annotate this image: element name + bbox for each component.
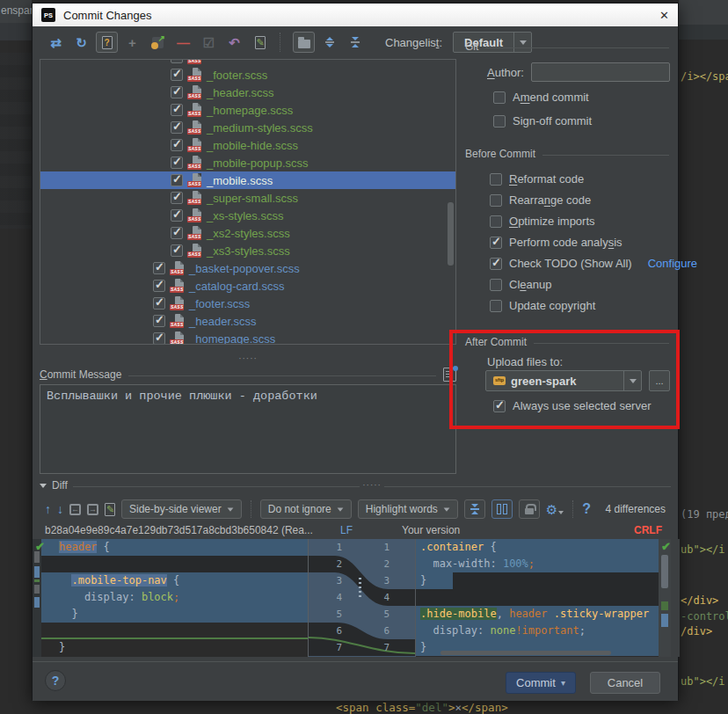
before-commit-option-checkbox[interactable] — [490, 300, 502, 312]
side-by-side-layout-toggle[interactable] — [491, 499, 513, 519]
right-code-line: max-width: 100%; — [416, 556, 659, 572]
file-checkbox[interactable] — [171, 174, 183, 186]
file-checkbox[interactable] — [153, 262, 165, 274]
collapse-all-icon[interactable] — [344, 32, 366, 53]
edit-source-icon[interactable] — [105, 503, 115, 516]
message-history-icon[interactable] — [443, 368, 456, 382]
author-input[interactable] — [531, 62, 670, 82]
help-button[interactable]: ? — [45, 670, 66, 691]
refresh-icon[interactable]: ↻ — [70, 32, 92, 53]
scrollbar-thumb[interactable] — [661, 555, 668, 588]
browse-servers-button[interactable]: ... — [649, 370, 670, 391]
git-option-checkbox[interactable] — [493, 115, 506, 128]
diff-right-pane[interactable]: .container { max-width: 100%;}.hide-mobi… — [416, 539, 659, 657]
server-select[interactable]: sftp green-spark — [485, 370, 642, 391]
file-checkbox[interactable] — [153, 315, 165, 327]
tree-row[interactable]: SASS_homepage.scss — [40, 330, 455, 345]
horizontal-scrollbar[interactable] — [440, 651, 611, 655]
highlight-mode-select[interactable]: Highlight words — [358, 499, 458, 519]
tree-row[interactable]: SASS_catalog-card.scss — [40, 277, 455, 295]
file-checkbox[interactable] — [171, 192, 183, 204]
tree-row[interactable]: SASS_xs2-styles.scss — [40, 224, 455, 242]
file-checkbox[interactable] — [171, 59, 183, 63]
tree-row[interactable]: SASS_xs-styles.scss — [40, 207, 455, 224]
group-by-directory-icon[interactable] — [293, 32, 315, 53]
rollback-icon[interactable]: ↶ — [223, 32, 245, 53]
tree-row[interactable]: SASS_super-small.scss — [40, 189, 455, 207]
before-commit-option-checkbox[interactable] — [490, 194, 502, 207]
commit-button[interactable]: Commit ▾ — [506, 672, 576, 694]
splitter-handle[interactable]: ····· — [40, 356, 456, 361]
file-checkbox[interactable] — [171, 86, 183, 98]
file-checkbox[interactable] — [171, 139, 183, 151]
after-commit-option-row: Always use selected server — [493, 399, 652, 412]
move-to-changelist-icon[interactable] — [147, 32, 169, 53]
close-icon[interactable]: ✕ — [659, 9, 669, 22]
move-to-changelist-icon — [152, 37, 164, 48]
file-checkbox[interactable] — [153, 280, 165, 292]
collapse-unchanged-toggle[interactable] — [464, 499, 485, 519]
file-checkbox[interactable] — [153, 332, 165, 345]
after-commit-option-checkbox[interactable] — [493, 400, 506, 412]
apply-left-icon[interactable]: ← — [69, 504, 81, 515]
help-icon[interactable]: ? — [582, 501, 591, 517]
expand-all-icon[interactable] — [318, 32, 340, 53]
diff-left-pane[interactable]: header { .mobile-top-nav { display: bloc… — [41, 539, 308, 657]
edit-changelist-icon[interactable] — [249, 32, 271, 53]
git-option-row: Sign-off commit — [493, 114, 592, 128]
file-checkbox[interactable] — [171, 157, 183, 169]
tree-row[interactable]: SASS_header.scss — [40, 84, 455, 101]
before-commit-option-checkbox[interactable] — [490, 173, 502, 186]
before-commit-option-checkbox[interactable] — [490, 237, 502, 249]
diff-right-scrollbar[interactable]: ✔ — [659, 539, 671, 657]
tree-row[interactable]: SASS_mobile-popup.scss — [40, 154, 455, 171]
next-difference-icon[interactable]: ↓ — [57, 503, 63, 515]
git-option-checkbox[interactable] — [493, 91, 506, 104]
chevron-down-icon[interactable] — [623, 371, 641, 390]
tree-row[interactable]: SASS_xs3-styles.scss — [40, 242, 455, 259]
show-unversioned-files-icon[interactable]: ? — [96, 32, 118, 53]
configure-link[interactable]: Configure — [648, 257, 697, 270]
tree-row[interactable]: SASS_homepage.scss — [40, 101, 455, 119]
commit-message-box[interactable]: Всплывашки и прочие плюшки - доработки — [40, 384, 456, 474]
before-commit-option-checkbox[interactable] — [490, 258, 502, 270]
cancel-button[interactable]: Cancel — [590, 672, 660, 694]
synchronize-scrolling-toggle[interactable] — [519, 499, 540, 519]
before-commit-option-checkbox[interactable] — [490, 279, 502, 291]
tree-row[interactable]: SASS_medium-styles.scss — [40, 119, 455, 136]
show-checkboxes-icon[interactable]: ☑ — [198, 32, 220, 53]
file-checkbox[interactable] — [171, 104, 183, 116]
tree-row[interactable]: SASS_header.scss — [40, 312, 455, 330]
file-checkbox[interactable] — [171, 69, 183, 81]
diff-left-eol[interactable]: LF — [340, 524, 353, 536]
tree-row[interactable]: SASS — [40, 59, 455, 66]
changes-tree[interactable]: SASSSASS_footer.scssSASS_header.scssSASS… — [40, 59, 456, 345]
tree-row[interactable]: SASS_basket-popover.scss — [40, 259, 455, 277]
splitter-handle[interactable]: ····· — [360, 483, 384, 488]
diff-section-header[interactable]: Diff ····· — [40, 479, 671, 492]
divider: ····· — [73, 486, 671, 487]
diff-settings-button[interactable]: ⚙ — [546, 503, 564, 516]
previous-difference-icon[interactable]: ↑ — [45, 503, 51, 515]
tree-row[interactable]: SASS_footer.scss — [40, 295, 455, 312]
file-checkbox[interactable] — [153, 297, 165, 310]
add-icon[interactable]: + — [121, 32, 143, 53]
tree-row[interactable]: SASS_footer.scss — [40, 66, 455, 84]
tree-scrollbar[interactable] — [448, 202, 454, 266]
show-diff-icon[interactable]: ⇄ — [45, 32, 67, 53]
viewer-type-select[interactable]: Side-by-side viewer — [121, 499, 242, 519]
delete-icon[interactable]: — — [172, 32, 194, 53]
whitespace-ignore-select[interactable]: Do not ignore — [260, 499, 352, 519]
file-checkbox[interactable] — [171, 227, 183, 239]
file-name: _header.scss — [189, 315, 257, 328]
file-checkbox[interactable] — [171, 209, 183, 222]
diff-right-eol[interactable]: CRLF — [634, 524, 662, 536]
file-checkbox[interactable] — [171, 244, 183, 257]
before-commit-option-checkbox[interactable] — [490, 215, 502, 228]
diff-viewer[interactable]: ✔ header { .mobile-top-nav { display: bl… — [33, 539, 680, 657]
tree-row[interactable]: SASS_mobile.scss — [40, 171, 455, 189]
tree-row[interactable]: SASS_mobile-hide.scss — [40, 136, 455, 154]
file-checkbox[interactable] — [171, 121, 183, 134]
apply-right-icon[interactable]: → — [87, 504, 98, 515]
diff-splitter-handle[interactable] — [359, 578, 361, 599]
